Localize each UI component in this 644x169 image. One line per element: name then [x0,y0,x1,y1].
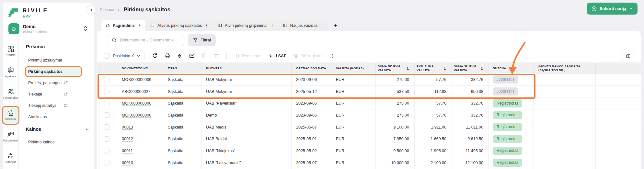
header-date[interactable]: OPERACIJOS DATA [292,63,331,74]
bank-cell [534,74,596,85]
select-all-checkbox[interactable] [104,53,109,59]
date-cell: 2025-05-02 [292,145,331,157]
tab-pagrindinis[interactable]: Pagrindinis [101,20,145,31]
header-client[interactable]: KLIENTAS [201,63,292,74]
rail-item-pirkimai[interactable]: Pirkimai [3,107,18,124]
date-cell: 2025-05-12 [292,86,331,97]
table-row[interactable]: 00011SąskaitaUAB "Naujokas"2025-05-02EUR… [97,145,641,157]
document-link[interactable]: MOK000000006 [122,101,151,106]
row-checkbox[interactable] [104,89,109,94]
document-link[interactable]: 00013 [122,125,133,130]
logo: RIVILE ERP [3,3,94,18]
bank-cell [534,97,596,109]
rail-item-pradzia[interactable]: Pradžia [3,42,18,59]
menu-item-ataskaitos[interactable]: Ataskaitos [26,112,81,121]
workspace-toggle-icon[interactable] [83,26,87,33]
table-row[interactable]: 00010SąskaitaUAB "Laisvamanis"2025-05-07… [97,157,641,169]
header-document[interactable]: DOKUMENTO NR. [117,63,163,74]
external-link-icon [64,104,68,108]
workspace-switcher[interactable]: D Demo Aušra Juodienė [8,23,88,34]
date-cell: 2025-05-07 [292,157,331,169]
search-input[interactable] [108,34,184,46]
document-link[interactable]: 00012 [122,137,133,141]
status-badge: Registruotas [493,159,522,167]
sum-icon[interactable]: Σ [407,66,409,71]
menu-item-pirkimo-kainos[interactable]: Pirkimo kainos [26,138,81,147]
filters-button[interactable]: Filtrai [188,34,216,46]
sidebar-collapse-button[interactable] [87,5,96,14]
chevron-down-icon[interactable] [136,54,141,58]
rail-item-apskaita[interactable]: Apskaita [3,64,18,81]
workspace-user: Aušra Juodienė [23,30,47,34]
trash-icon [213,53,220,59]
row-checkbox[interactable] [104,77,109,82]
row-checkbox[interactable] [104,148,109,153]
row-checkbox-cell [99,74,117,85]
row-checkbox[interactable] [104,160,109,165]
tab-naujas-vaizdas[interactable]: Naujas vaizdas [279,20,328,31]
gross-amount-cell: 11 495.00 [452,145,489,157]
type-cell: Sąskaita [163,133,201,145]
sum-icon[interactable]: Σ [481,66,483,71]
document-link[interactable]: 00011 [122,149,133,153]
menu-item-tiekejai[interactable]: Tiekėjai [26,90,81,99]
refresh-button[interactable] [149,51,160,61]
menu-item-pirkimu-saskaitos[interactable]: Pirkimų sąskaitos [26,67,81,76]
email-button[interactable] [186,51,197,61]
layout-icon [283,23,288,28]
dashboard-icon [7,45,14,52]
sum-icon[interactable]: Σ [444,66,446,71]
create-new-button[interactable]: Sukurti naują [587,3,638,15]
document-link[interactable]: MOK000000006 [122,113,151,118]
table-row[interactable]: 00013SąskaitaUAB Medis2025-05-07EUR9 100… [97,121,641,133]
tab-menu-icon[interactable] [205,23,209,28]
tab-menu-icon[interactable] [270,23,274,28]
table-row[interactable]: 00012SąskaitaUAB Baldai2025-05-01EUR7 95… [97,133,641,145]
column-settings-button[interactable] [622,50,634,62]
header-gross[interactable]: SUMA SU PVM VALIUTAΣ [452,63,489,74]
add-tab-button[interactable]: + [329,20,342,31]
copy-icon [201,53,207,59]
status-badge: Juodraštis [493,75,518,84]
type-cell: Sąskaita [163,121,201,133]
header-type[interactable]: TIPAS [163,63,201,74]
table-row[interactable]: ABC000000027SąskaitaUAB Mokymai2025-05-1… [97,86,641,98]
breadcrumb-parent[interactable]: Pirkimai [100,7,114,12]
table-row[interactable]: MOK000000006SąskaitaUAB Mokymai2023-09-0… [97,74,641,86]
row-checkbox[interactable] [104,101,109,106]
row-checkbox[interactable] [104,124,109,130]
header-status[interactable]: BŪSENA [489,63,534,74]
tab-menu-icon[interactable] [137,23,141,28]
row-checkbox[interactable] [104,136,109,142]
dk-registras-button: DK registras [293,53,324,59]
rail-item-personalas[interactable]: Personalas [3,85,18,102]
rail-item-atsargos[interactable]: Atsargos [3,150,18,166]
table-row[interactable]: MOK000000006SąskaitaDemo2023-09-06EUR275… [97,109,641,121]
table-row[interactable]: MOK000000006SąskaitaUAB "Paveikslai"2023… [97,97,641,109]
menu-section-kainos[interactable]: Kainos [26,127,89,132]
net-amount-cell: 275.00 [376,97,415,109]
header-net[interactable]: SUMA BE PVM VALIUTAΣ [376,63,415,74]
date-cell: 2023-09-06 [292,74,331,85]
date-cell: 2023-09-06 [292,97,331,109]
document-link[interactable]: 00010 [122,161,133,165]
header-currency[interactable]: VALIUTA (KODAS) [331,63,376,74]
more-actions-button[interactable] [328,51,339,61]
tab-atviros-pirkimu-saskaitos[interactable]: Atviros pirkimų sąskaitos [146,20,213,31]
menu-item-pirkimu-uzsakymai[interactable]: Pirkimų užsakymai [26,56,81,65]
menu-item-prekes-paslaugos[interactable]: Prekės, paslaugos [26,78,81,87]
document-link[interactable]: ABC000000027 [122,89,150,94]
type-cell: Sąskaita [163,145,201,157]
tab-atviri-pirkimu-grazinimai[interactable]: Atviri pirkimų grąžinimai [213,20,278,31]
tab-menu-icon[interactable] [320,23,324,28]
isaf-export-button[interactable]: i.SAF [268,53,286,59]
print-button[interactable] [162,51,173,61]
quick-action-button[interactable] [174,51,185,61]
header-bank[interactable]: ĮMONĖS BANKO SĄSKAITA (SĄSKAITOS NR.) [534,63,596,74]
document-link[interactable]: MOK000000006 [122,77,151,82]
rail-item-pardavimai[interactable]: Pardavimai [3,128,18,145]
row-checkbox[interactable] [104,112,109,118]
row-fill [596,97,641,109]
menu-item-tiekeju-sutartys[interactable]: Tiekėjų sutartys [26,101,81,110]
header-vat[interactable]: PVM SUMA VALIUTAΣ [415,63,452,74]
